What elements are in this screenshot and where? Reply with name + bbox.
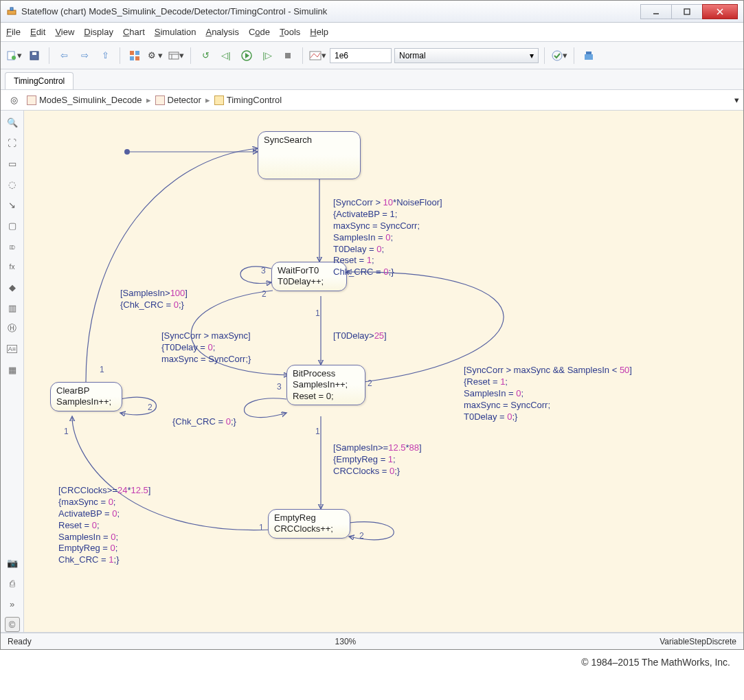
menu-chart[interactable]: Chart bbox=[123, 27, 145, 37]
step-forward-button[interactable]: |▷ bbox=[258, 47, 276, 65]
run-button[interactable] bbox=[238, 47, 256, 65]
default-transition-dot bbox=[124, 149, 130, 155]
build-button[interactable] bbox=[580, 47, 598, 65]
toolbar: ▾ ⇦ ⇨ ⇧ ⚙ ▾ ▾ ↺ ◁| |▷ ▾ Normal▾ ▾ bbox=[1, 42, 743, 69]
explorer-button[interactable]: ▾ bbox=[167, 47, 185, 65]
svg-rect-10 bbox=[130, 51, 134, 55]
state-empty-reg[interactable]: EmptyReg CRCClocks++; bbox=[268, 509, 350, 539]
content-area: 🔍 ⛶ ▭ ◌ ↘ ▢ ⎄ fx ◆ ▥ Ⓗ A≡ ▦ 📷 ⎙ » © bbox=[1, 111, 743, 633]
svg-rect-12 bbox=[130, 56, 134, 60]
breadcrumb-level-1[interactable]: Detector bbox=[155, 95, 201, 105]
stop-time-input[interactable] bbox=[330, 48, 392, 63]
copyright-tool-icon[interactable]: © bbox=[5, 617, 20, 632]
svg-marker-18 bbox=[245, 53, 249, 58]
svg-rect-11 bbox=[135, 51, 139, 55]
menu-file[interactable]: File bbox=[6, 27, 21, 37]
close-button[interactable] bbox=[702, 4, 738, 19]
new-button[interactable]: ▾ bbox=[5, 47, 23, 65]
rect-tool-icon[interactable]: ▭ bbox=[5, 156, 20, 171]
stop-button[interactable] bbox=[279, 47, 297, 65]
menubar: File Edit View Display Chart Simulation … bbox=[1, 23, 743, 42]
config-button[interactable]: ⚙ ▾ bbox=[146, 47, 164, 65]
status-zoom: 130% bbox=[32, 637, 660, 646]
breadcrumb-dropdown-icon[interactable]: ▾ bbox=[734, 95, 739, 105]
order-num: 3 bbox=[277, 382, 282, 392]
state-tool-icon[interactable]: ▢ bbox=[5, 218, 20, 233]
menu-edit[interactable]: Edit bbox=[30, 27, 45, 37]
trans-sync-to-wait: [SyncCorr > 10*NoiseFloor] {ActivateBP =… bbox=[333, 197, 442, 278]
menu-view[interactable]: View bbox=[55, 27, 74, 37]
junction-tool-icon[interactable]: ◌ bbox=[5, 177, 20, 192]
window-title: Stateflow (chart) ModeS_Simulink_Decode/… bbox=[21, 6, 641, 16]
box-tool-icon[interactable]: ▥ bbox=[5, 300, 20, 315]
order-num: 2 bbox=[359, 531, 364, 541]
state-clear-bp[interactable]: ClearBP SamplesIn++; bbox=[50, 382, 122, 411]
zoom-tool-icon[interactable]: 🔍 bbox=[5, 115, 20, 130]
forward-button[interactable]: ⇨ bbox=[76, 47, 93, 65]
step-back-button[interactable]: ◁| bbox=[217, 47, 235, 65]
svg-rect-1 bbox=[10, 8, 13, 10]
app-window: Stateflow (chart) ModeS_Simulink_Decode/… bbox=[0, 0, 744, 650]
image-tool-icon[interactable]: ▦ bbox=[5, 362, 20, 377]
fit-tool-icon[interactable]: ⛶ bbox=[5, 135, 20, 150]
order-num: 2 bbox=[368, 379, 372, 388]
chart-canvas[interactable]: SyncSearch WaitForT0 T0Delay++; BitProce… bbox=[24, 111, 743, 632]
order-num: 3 bbox=[261, 266, 266, 275]
library-button[interactable] bbox=[126, 47, 144, 65]
maximize-button[interactable] bbox=[671, 4, 703, 19]
more-tool-icon[interactable]: » bbox=[5, 596, 20, 611]
svg-rect-22 bbox=[585, 54, 593, 60]
truth-table-tool-icon[interactable]: ⎄ bbox=[5, 238, 20, 253]
svg-point-21 bbox=[552, 51, 562, 60]
check-button[interactable]: ▾ bbox=[550, 47, 568, 65]
state-bit-process[interactable]: BitProcess SamplesIn++; Reset = 0; bbox=[286, 365, 365, 405]
svg-rect-13 bbox=[135, 56, 139, 60]
status-left: Ready bbox=[8, 637, 32, 646]
legend-tool-icon[interactable]: ⎙ bbox=[5, 576, 20, 591]
order-num: 1 bbox=[100, 365, 104, 374]
state-sync-search[interactable]: SyncSearch bbox=[258, 131, 361, 179]
camera-tool-icon[interactable]: 📷 bbox=[5, 555, 20, 570]
svg-rect-20 bbox=[310, 52, 321, 60]
trans-wait-self2: [SyncCorr > maxSync] {T0Delay = 0; maxSy… bbox=[161, 330, 251, 365]
svg-point-7 bbox=[12, 56, 16, 60]
menu-simulation[interactable]: Simulation bbox=[155, 27, 196, 37]
menu-code[interactable]: Code bbox=[249, 27, 270, 37]
statusbar: Ready 130% VariableStepDiscrete bbox=[1, 633, 743, 649]
tabbar: TimingControl bbox=[1, 69, 743, 90]
trans-bit-to-empty: [SamplesIn>=12.5*88] {EmptyReg = 1; CRCC… bbox=[333, 442, 422, 477]
status-solver: VariableStepDiscrete bbox=[660, 637, 736, 646]
svg-rect-19 bbox=[285, 53, 291, 58]
svg-rect-23 bbox=[586, 52, 591, 54]
simulink-fn-tool-icon[interactable]: ◆ bbox=[5, 280, 20, 295]
svg-rect-3 bbox=[684, 9, 690, 14]
order-num: 1 bbox=[64, 427, 69, 436]
breadcrumb-level-2[interactable]: TimingControl bbox=[214, 95, 282, 105]
order-num: 1 bbox=[315, 308, 320, 318]
trans-bit-to-wait: [SyncCorr > maxSync && SamplesIn < 50] {… bbox=[464, 365, 632, 422]
order-num: 2 bbox=[148, 403, 153, 412]
back-button[interactable]: ⇦ bbox=[55, 47, 73, 65]
tab-timing-control[interactable]: TimingControl bbox=[5, 72, 74, 89]
up-button[interactable]: ⇧ bbox=[96, 47, 114, 65]
menu-tools[interactable]: Tools bbox=[280, 27, 300, 37]
fast-restart-button[interactable]: ↺ bbox=[196, 47, 214, 65]
svg-rect-0 bbox=[8, 10, 16, 14]
order-num: 2 bbox=[262, 289, 267, 299]
annotation-tool-icon[interactable]: A≡ bbox=[5, 341, 20, 357]
trans-clear-to-sync: [SamplesIn>100] {Chk_CRC = 0;} bbox=[120, 288, 188, 311]
breadcrumb-nav-icon[interactable]: ◎ bbox=[5, 91, 23, 109]
order-num: 1 bbox=[315, 427, 320, 436]
sim-mode-select[interactable]: Normal▾ bbox=[394, 48, 539, 63]
history-tool-icon[interactable]: Ⓗ bbox=[5, 321, 20, 336]
menu-display[interactable]: Display bbox=[84, 27, 113, 37]
transition-tool-icon[interactable]: ↘ bbox=[5, 197, 20, 212]
save-button[interactable] bbox=[25, 47, 43, 65]
trans-empty-to-clear: [CRCClocks>=24*12.5] {maxSync = 0; Activ… bbox=[58, 485, 150, 566]
scope-button[interactable]: ▾ bbox=[308, 47, 327, 65]
function-tool-icon[interactable]: fx bbox=[5, 259, 20, 274]
menu-help[interactable]: Help bbox=[310, 27, 328, 37]
breadcrumb-level-0[interactable]: ModeS_Simulink_Decode bbox=[27, 95, 142, 105]
menu-analysis[interactable]: Analysis bbox=[205, 27, 238, 37]
minimize-button[interactable] bbox=[640, 4, 672, 19]
